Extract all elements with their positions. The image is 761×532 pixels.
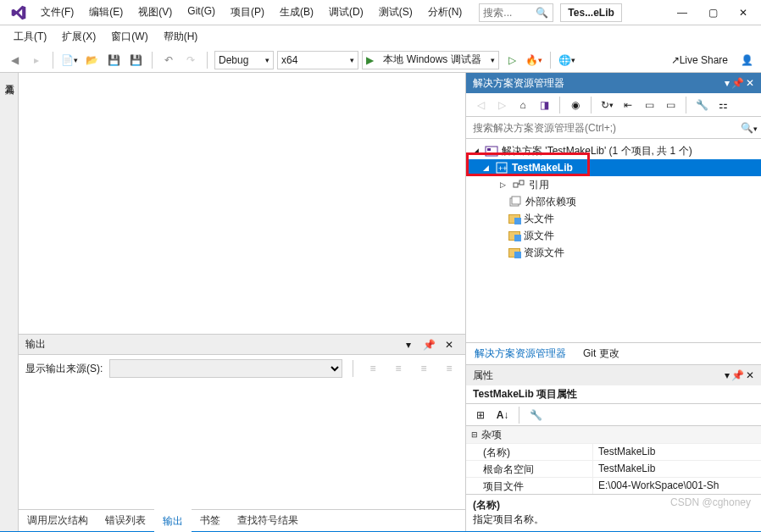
output-source-select[interactable] [109,359,342,378]
solution-explorer-header: 解决方案资源管理器 ▾ 📌 ✕ [466,73,761,93]
output-pin-button[interactable]: 📌 [419,335,438,354]
tab-error-list[interactable]: 错误列表 [97,510,154,531]
menu-window[interactable]: 窗口(W) [104,26,154,47]
titlebar: 文件(F) 编辑(E) 视图(V) Git(G) 项目(P) 生成(B) 调试(… [0,0,761,25]
toolbox-tab[interactable]: 工具箱 [0,73,19,531]
menu-build[interactable]: 生成(B) [273,2,320,23]
menu-tools[interactable]: 工具(T) [7,26,53,47]
save-all-button[interactable]: 💾 [126,51,145,69]
window-close-button[interactable]: ✕ [729,3,758,23]
title-search[interactable]: 🔍 [479,3,553,22]
se-filter-button[interactable]: ⚏ [714,96,732,114]
title-tab[interactable]: Tes...eLib [560,3,621,22]
tab-find-symbols[interactable]: 查找符号结果 [229,510,307,531]
menu-view[interactable]: 视图(V) [131,2,179,23]
se-dropdown-button[interactable]: ▾ [725,77,730,89]
output-content [19,382,465,509]
se-properties-button[interactable]: 🔧 [692,96,711,114]
menu-help[interactable]: 帮助(H) [157,26,205,47]
props-desc-name: (名称) [473,498,754,513]
ext-deps-icon [508,195,522,208]
tree-headers[interactable]: 头文件 [466,210,761,227]
svg-rect-1 [487,148,491,151]
solution-explorer-search[interactable]: 🔍▾ [466,117,761,139]
output-close-button[interactable]: ✕ [440,335,458,354]
debugger-combo[interactable]: ▶ 本地 Windows 调试器 ▾ [362,51,499,69]
hot-reload-button[interactable]: 🔥▾ [525,51,543,69]
tree-solution[interactable]: ◢ 解决方案 'TestMakeLib' (1 个项目, 共 1 个) [466,142,761,159]
tree-sources[interactable]: 源文件 [466,227,761,244]
menu-file[interactable]: 文件(F) [34,2,81,23]
props-events-button[interactable]: 🔧 [526,406,545,424]
solution-explorer-toolbar: ◁ ▷ ⌂ ◨ ◉ ↻▾ ⇤ ▭ ▭ 🔧 ⚏ [466,93,761,117]
output-clear-button[interactable]: ≡ [414,359,433,378]
search-icon[interactable]: 🔍 [532,7,551,19]
tab-call-hierarchy[interactable]: 调用层次结构 [19,510,97,531]
tab-output[interactable]: 输出 [154,509,192,532]
tree-references[interactable]: ▷ 引用 [466,176,761,193]
account-button[interactable]: 👤 [737,51,756,69]
menu-analyze[interactable]: 分析(N) [421,2,469,23]
project-icon: ++ [495,161,508,175]
se-preview-button[interactable]: ▭ [661,96,680,114]
se-refresh-button[interactable]: ↻▾ [597,96,616,114]
tab-git-changes[interactable]: Git 更改 [575,343,628,364]
se-forward-button[interactable]: ▷ [492,96,511,114]
redo-button[interactable]: ↷ [181,51,200,69]
nav-back-button[interactable]: ◀ [5,51,24,69]
props-categorized-button[interactable]: ⊞ [471,406,490,424]
main-toolbar: ◀ ▸ 📄▾ 📂 💾 💾 ↶ ↷ Debug▾ x64▾ ▶ 本地 Window… [0,47,761,73]
solution-explorer-title: 解决方案资源管理器 [473,76,564,91]
menu-git[interactable]: Git(G) [181,2,222,23]
props-pin-button[interactable]: 📌 [731,369,744,381]
tab-solution-explorer[interactable]: 解决方案资源管理器 [466,343,575,364]
se-pin-button[interactable]: 📌 [731,77,744,89]
platform-combo[interactable]: x64▾ [277,51,358,69]
window-minimize-button[interactable]: ― [668,3,697,23]
svg-rect-8 [512,197,520,204]
config-combo[interactable]: Debug▾ [214,51,274,69]
output-wrap-button[interactable]: ≡ [440,359,458,378]
se-home-button[interactable]: ⌂ [514,96,532,114]
menu-project[interactable]: 项目(P) [224,2,271,23]
vs-logo-icon [10,4,27,21]
filter-folder-icon [508,248,520,258]
tree-external-deps[interactable]: 外部依赖项 [466,193,761,210]
output-next-button[interactable]: ≡ [389,359,408,378]
bottom-tabs: 调用层次结构 错误列表 输出 书签 查找符号结果 [19,509,465,531]
props-close-button[interactable]: ✕ [746,369,754,381]
properties-grid[interactable]: ⊟ 杂项 (名称)TestMakeLib 根命名空间TestMakeLib 项目… [466,426,761,494]
props-dropdown-button[interactable]: ▾ [725,369,730,381]
se-back-button[interactable]: ◁ [471,96,490,114]
svg-rect-5 [519,180,524,185]
browser-link-button[interactable]: 🌐▾ [558,51,576,69]
live-share-button[interactable]: ↗ Live Share [665,51,734,69]
se-collapse-button[interactable]: ⇤ [619,96,637,114]
nav-forward-button[interactable]: ▸ [27,51,46,69]
menu-edit[interactable]: 编辑(E) [82,2,130,23]
props-alphabetical-button[interactable]: A↓ [493,406,512,424]
solution-tree[interactable]: ◢ 解决方案 'TestMakeLib' (1 个项目, 共 1 个) ◢ ++… [466,139,761,291]
tab-bookmarks[interactable]: 书签 [192,510,229,531]
se-search-icon[interactable]: 🔍▾ [741,122,758,134]
window-maximize-button[interactable]: ▢ [698,3,727,23]
menu-debug[interactable]: 调试(D) [322,2,370,23]
filter-folder-icon [508,231,520,241]
menu-test[interactable]: 测试(S) [372,2,419,23]
se-show-all-button[interactable]: ▭ [640,96,658,114]
title-search-input[interactable] [480,7,532,19]
new-item-button[interactable]: 📄▾ [60,51,79,69]
se-close-button[interactable]: ✕ [746,77,754,89]
tree-resources[interactable]: 资源文件 [466,244,761,261]
se-switch-view-button[interactable]: ◨ [535,96,553,114]
se-sync-button[interactable]: ◉ [566,96,585,114]
open-button[interactable]: 📂 [82,51,101,69]
save-button[interactable]: 💾 [104,51,123,69]
output-dropdown-button[interactable]: ▾ [399,335,418,354]
tree-project[interactable]: ◢ ++ TestMakeLib [466,159,761,176]
start-without-debug-button[interactable]: ▷ [503,51,521,69]
undo-button[interactable]: ↶ [159,51,178,69]
menu-extensions[interactable]: 扩展(X) [55,26,103,47]
se-search-input[interactable] [469,122,741,134]
output-prev-button[interactable]: ≡ [364,359,382,378]
